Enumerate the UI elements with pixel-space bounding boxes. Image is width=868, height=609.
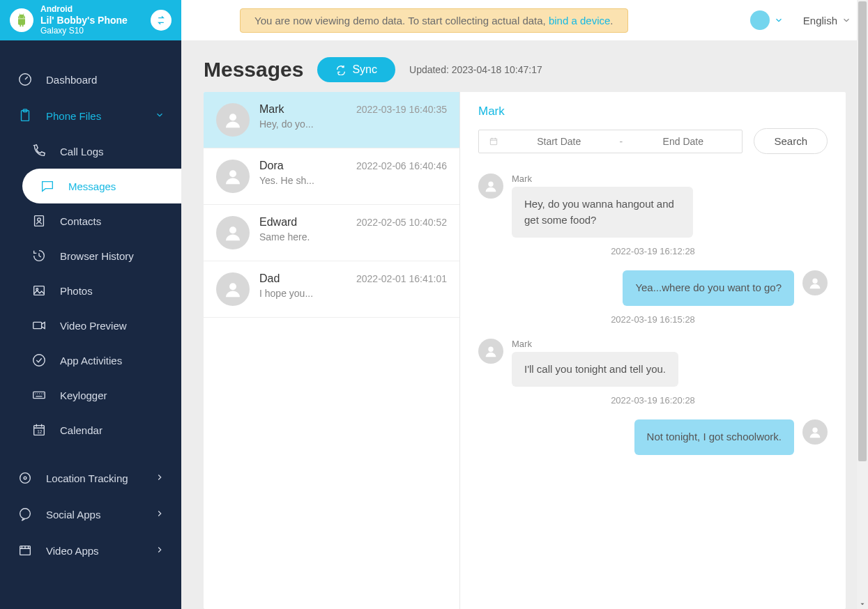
nav-calendar[interactable]: 12 Calendar [14, 413, 181, 447]
thread-name: Dad [259, 272, 280, 285]
language-label: English [803, 15, 837, 26]
date-sep: - [619, 136, 623, 147]
avatar-icon [802, 270, 828, 295]
avatar-icon [802, 419, 828, 445]
nav-location-tracking[interactable]: Location Tracking [0, 460, 181, 496]
thread-preview: Same here. [259, 231, 447, 242]
thread-item[interactable]: Dad2022-02-01 16:41:01 I hope you... [204, 261, 459, 318]
nav-phone-files-sub: Call Logs Messages Contacts Browser Hist… [0, 134, 181, 447]
nav-call-logs[interactable]: Call Logs [14, 134, 181, 169]
svg-point-17 [229, 170, 236, 177]
nav-dashboard[interactable]: Dashboard [0, 61, 181, 98]
nav-label: Video Apps [46, 545, 99, 557]
nav-browser-history[interactable]: Browser History [14, 238, 181, 273]
thread-preview: Yes. He sh... [259, 175, 447, 186]
nav-video-apps[interactable]: Video Apps [0, 532, 181, 569]
nav-label: Call Logs [60, 146, 104, 157]
message-timestamp: 2022-03-19 16:15:28 [478, 314, 828, 325]
device-name: Lil' Bobby's Phone [40, 15, 151, 26]
chevron-right-icon [155, 545, 165, 557]
nav-video-preview[interactable]: Video Preview [14, 308, 181, 343]
sync-button[interactable]: Sync [317, 57, 395, 82]
nav-contacts[interactable]: Contacts [14, 203, 181, 238]
search-button[interactable]: Search [754, 128, 828, 154]
message-row: Not tonight, I got schoolwork. [478, 419, 828, 455]
language-select[interactable]: English [803, 15, 851, 26]
thread-item[interactable]: Mark2022-03-19 16:40:35 Hey, do yo... [204, 92, 459, 148]
message-timestamp: 2022-03-19 16:20:28 [478, 395, 828, 406]
thread-name: Mark [259, 103, 284, 116]
swap-device-button[interactable] [151, 10, 172, 31]
nav-label: Calendar [60, 424, 102, 436]
nav-label: Social Apps [46, 509, 100, 521]
svg-point-13 [24, 477, 26, 479]
end-date-input[interactable] [634, 136, 732, 147]
dashboard-icon [17, 71, 33, 88]
user-avatar-icon [750, 10, 770, 30]
scrollbar-thumb[interactable] [858, 1, 867, 461]
nav-label: Contacts [60, 215, 101, 227]
film-icon [17, 542, 33, 559]
page-title: Messages [204, 58, 303, 82]
chat-panel: Mark - Search MarkHey, do you wanna hang… [460, 92, 846, 609]
sidebar: Android Lil' Bobby's Phone Galaxy S10 Da… [0, 0, 181, 609]
svg-point-8 [33, 355, 45, 367]
scroll-down-icon[interactable] [859, 601, 866, 608]
nav-label: App Activities [60, 355, 122, 367]
demo-banner: You are now viewing demo data. To start … [240, 8, 628, 33]
demo-text-suffix: . [610, 15, 613, 26]
thread-item[interactable]: Edward2022-02-05 10:40:52 Same here. [204, 205, 459, 261]
user-menu[interactable] [750, 10, 784, 30]
svg-point-4 [38, 218, 41, 222]
phone-icon [31, 143, 47, 160]
message-row: MarkI'll call you tonight and tell you. [478, 339, 828, 387]
message-row: Yea...where do you want to go? [478, 270, 828, 306]
nav-social-apps[interactable]: Social Apps [0, 496, 181, 532]
message-bubble: Yea...where do you want to go? [623, 270, 794, 306]
history-icon [31, 247, 47, 264]
svg-rect-9 [33, 392, 45, 398]
nav-app-activities[interactable]: App Activities [14, 343, 181, 378]
thread-name: Dora [259, 160, 284, 172]
message-bubble: I'll call you tonight and tell you. [512, 352, 678, 387]
nav-label: Messages [68, 180, 116, 192]
start-date-input[interactable] [510, 136, 608, 147]
thread-preview: I hope you... [259, 288, 447, 299]
window-scrollbar[interactable] [857, 0, 868, 609]
thread-list: Mark2022-03-19 16:40:35 Hey, do yo... Do… [204, 92, 460, 609]
thread-name: Edward [259, 216, 297, 229]
device-model: Galaxy S10 [40, 26, 151, 36]
bind-device-link[interactable]: bind a device [549, 15, 610, 26]
nav-label: Browser History [60, 250, 134, 262]
avatar-icon [216, 160, 250, 193]
device-os: Android [40, 4, 151, 14]
chat-filter: - Search [478, 128, 828, 154]
nav-messages[interactable]: Messages [22, 169, 181, 203]
nav-keylogger[interactable]: Keylogger [14, 378, 181, 413]
svg-point-23 [488, 346, 493, 351]
chevron-down-icon [842, 15, 851, 25]
nav-label: Phone Files [46, 110, 101, 122]
chat-icon [17, 506, 33, 523]
keyboard-icon [31, 387, 47, 403]
avatar-icon [216, 272, 250, 306]
clipboard-icon [17, 107, 33, 124]
chat-contact-name: Mark [478, 105, 828, 118]
message-timestamp: 2022-03-19 16:12:28 [478, 246, 828, 256]
thread-item[interactable]: Dora2022-02-06 16:40:46 Yes. He sh... [204, 148, 459, 205]
message-sender: Mark [512, 339, 678, 349]
video-icon [31, 317, 47, 334]
date-range-input[interactable]: - [478, 130, 743, 153]
svg-point-24 [812, 428, 817, 433]
svg-point-16 [229, 114, 236, 121]
sync-label: Sync [352, 63, 377, 76]
nav-phone-files[interactable]: Phone Files [0, 98, 181, 134]
message-row: MarkHey, do you wanna hangout and get so… [478, 174, 828, 238]
avatar-icon [216, 103, 250, 137]
svg-point-21 [488, 182, 493, 187]
device-info: Android Lil' Bobby's Phone Galaxy S10 [40, 4, 151, 36]
thread-time: 2022-02-05 10:40:52 [356, 217, 447, 228]
nav-photos[interactable]: Photos [14, 273, 181, 308]
message-sender: Mark [512, 174, 693, 184]
avatar-icon [478, 339, 503, 364]
